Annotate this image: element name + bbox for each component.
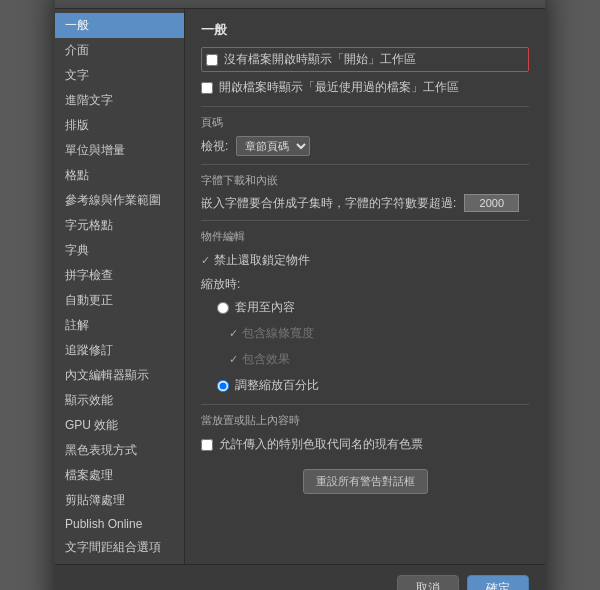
sidebar-item-black[interactable]: 黑色表現方式 [55, 438, 184, 463]
sidebar-item-char-grid[interactable]: 字元格點 [55, 213, 184, 238]
scale-when-label: 縮放時: [201, 276, 529, 293]
sidebar-item-story-editor[interactable]: 內文編輯器顯示 [55, 363, 184, 388]
paste-section-title: 當放置或貼上內容時 [201, 413, 529, 428]
apply-to-content-radio[interactable] [217, 302, 229, 314]
sidebar-item-general[interactable]: 一般 [55, 13, 184, 38]
font-embed-label: 嵌入字體要合併成子集時，字體的字符數要超過: [201, 195, 456, 212]
sidebar-item-track-changes[interactable]: 追蹤修訂 [55, 338, 184, 363]
checkmark-stroke-icon: ✓ [229, 327, 238, 340]
sidebar-item-guides[interactable]: 參考線與作業範圍 [55, 188, 184, 213]
open-file-show-recent-label: 開啟檔案時顯示「最近使用過的檔案」工作區 [219, 79, 459, 96]
title-bar: 偏好設定 [55, 0, 545, 9]
sidebar-item-autocorrect[interactable]: 自動更正 [55, 288, 184, 313]
checkmark-effects-icon: ✓ [229, 353, 238, 366]
sidebar-item-mojikumi[interactable]: 文字間距組合選項 [55, 535, 184, 560]
sidebar-item-notes[interactable]: 註解 [55, 313, 184, 338]
dialog-body: 一般 介面 文字 進階文字 排版 單位與增量 格點 參考線與作業範圍 [55, 9, 545, 564]
include-effects-row: ✓ 包含效果 [201, 349, 529, 370]
main-content: 一般 沒有檔案開啟時顯示「開始」工作區 開啟檔案時顯示「最近使用過的檔案」工作區… [185, 9, 545, 564]
view-row: 檢視: 章節頁碼 絕對頁碼 [201, 136, 529, 156]
open-file-show-recent-row: 開啟檔案時顯示「最近使用過的檔案」工作區 [201, 77, 529, 98]
sidebar-item-interface[interactable]: 介面 [55, 38, 184, 63]
sidebar: 一般 介面 文字 進階文字 排版 單位與增量 格點 參考線與作業範圍 [55, 9, 185, 564]
font-embed-row: 嵌入字體要合併成子集時，字體的字符數要超過: [201, 194, 529, 212]
font-download-title: 字體下載和內嵌 [201, 173, 529, 188]
prevent-lock-label: 禁止還取鎖定物件 [214, 252, 310, 269]
sidebar-item-file-handling[interactable]: 檔案處理 [55, 463, 184, 488]
cancel-button[interactable]: 取消 [397, 575, 459, 590]
allow-special-color-label: 允許傳入的特別色取代同名的現有色票 [219, 436, 423, 453]
sidebar-item-layout[interactable]: 排版 [55, 113, 184, 138]
adjust-scale-radio[interactable] [217, 380, 229, 392]
no-file-open-label: 沒有檔案開啟時顯示「開始」工作區 [224, 51, 416, 68]
apply-to-content-row: 套用至內容 [201, 297, 529, 318]
paste-section: 當放置或貼上內容時 允許傳入的特別色取代同名的現有色票 [201, 404, 529, 455]
include-stroke-row: ✓ 包含線條寬度 [201, 323, 529, 344]
sidebar-item-display-performance[interactable]: 顯示效能 [55, 388, 184, 413]
font-download-section: 字體下載和內嵌 嵌入字體要合併成子集時，字體的字符數要超過: [201, 164, 529, 212]
reset-warnings-button[interactable]: 重設所有警告對話框 [303, 469, 428, 494]
include-stroke-label: 包含線條寬度 [242, 325, 314, 342]
sidebar-item-grid[interactable]: 格點 [55, 163, 184, 188]
main-section-title: 一般 [201, 21, 529, 39]
font-embed-value[interactable] [464, 194, 519, 212]
include-effects-label: 包含效果 [242, 351, 290, 368]
open-file-show-recent-checkbox[interactable] [201, 82, 213, 94]
allow-special-color-row: 允許傳入的特別色取代同名的現有色票 [201, 434, 529, 455]
checkmark-icon: ✓ [201, 254, 210, 267]
object-editing-section: 物件編輯 ✓ 禁止還取鎖定物件 縮放時: 套用至內容 ✓ 包含線條寬度 ✓ 包含… [201, 220, 529, 396]
sidebar-item-clipboard[interactable]: 剪貼簿處理 [55, 488, 184, 513]
adjust-scale-label: 調整縮放百分比 [235, 377, 319, 394]
object-editing-title: 物件編輯 [201, 229, 529, 244]
reset-btn-container: 重設所有警告對話框 [201, 465, 529, 498]
sidebar-item-gpu[interactable]: GPU 效能 [55, 413, 184, 438]
sidebar-item-dictionary[interactable]: 字典 [55, 238, 184, 263]
confirm-button[interactable]: 確定 [467, 575, 529, 590]
sidebar-item-units[interactable]: 單位與增量 [55, 138, 184, 163]
preferences-dialog: 偏好設定 一般 介面 文字 進階文字 排版 單位與增量 格點 [55, 0, 545, 590]
prevent-lock-row: ✓ 禁止還取鎖定物件 [201, 250, 529, 271]
view-select[interactable]: 章節頁碼 絕對頁碼 [236, 136, 310, 156]
allow-special-color-checkbox[interactable] [201, 439, 213, 451]
no-file-open-row: 沒有檔案開啟時顯示「開始」工作區 [201, 47, 529, 72]
adjust-scale-row: 調整縮放百分比 [201, 375, 529, 396]
dialog-footer: 取消 確定 [55, 564, 545, 590]
sidebar-item-text[interactable]: 文字 [55, 63, 184, 88]
apply-to-content-label: 套用至內容 [235, 299, 295, 316]
sidebar-item-publish-online[interactable]: Publish Online [55, 513, 184, 535]
page-numbering-title: 頁碼 [201, 115, 529, 130]
sidebar-item-advanced-text[interactable]: 進階文字 [55, 88, 184, 113]
view-label: 檢視: [201, 138, 228, 155]
page-numbering-section: 頁碼 檢視: 章節頁碼 絕對頁碼 [201, 106, 529, 156]
no-file-open-checkbox[interactable] [206, 54, 218, 66]
sidebar-item-spell-check[interactable]: 拼字檢查 [55, 263, 184, 288]
